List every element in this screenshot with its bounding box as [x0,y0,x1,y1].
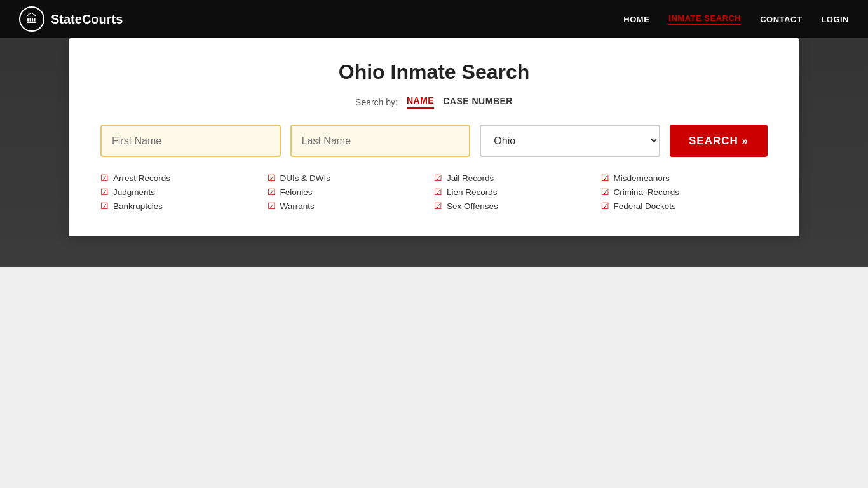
logo[interactable]: 🏛 StateCourts [19,6,123,32]
check-icon: ☑ [434,173,442,183]
state-select[interactable]: Ohio Alabama Alaska Arizona [480,125,660,157]
check-icon: ☑ [601,173,609,183]
checkbox-criminal-records: ☑ Criminal Records [601,187,768,197]
checkbox-label: Arrest Records [113,173,170,183]
tab-case-number[interactable]: CASE NUMBER [443,96,513,108]
search-by-row: Search by: NAME CASE NUMBER [100,95,768,109]
hero-background: COURTHOUSE Ohio Inmate Search Search by:… [0,0,868,267]
last-name-input[interactable] [290,125,471,157]
checkboxes-grid: ☑ Arrest Records ☑ DUIs & DWIs ☑ Jail Re… [100,173,768,211]
check-icon: ☑ [601,187,609,197]
checkbox-label: Warrants [280,201,315,211]
check-icon: ☑ [100,173,109,183]
nav-contact[interactable]: CONTACT [760,15,802,24]
check-icon: ☑ [100,187,109,197]
checkbox-label: Federal Dockets [614,201,676,211]
nav: HOME INMATE SEARCH CONTACT LOGIN [623,13,849,25]
checkbox-warrants: ☑ Warrants [268,201,435,211]
checkbox-label: DUIs & DWIs [280,173,331,183]
checkbox-arrest-records: ☑ Arrest Records [100,173,268,183]
check-icon: ☑ [100,201,109,211]
tab-name[interactable]: NAME [407,95,434,109]
header: 🏛 StateCourts HOME INMATE SEARCH CONTACT… [0,0,868,38]
logo-icon: 🏛 [19,6,44,32]
checkbox-label: Misdemeanors [614,173,670,183]
checkbox-misdemeanors: ☑ Misdemeanors [601,173,768,183]
nav-inmate-search[interactable]: INMATE SEARCH [668,13,741,25]
checkbox-sex-offenses: ☑ Sex Offenses [434,201,601,211]
checkbox-label: Criminal Records [614,187,680,197]
checkbox-bankruptcies: ☑ Bankruptcies [100,201,268,211]
check-icon: ☑ [601,201,609,211]
first-name-input[interactable] [100,125,281,157]
checkbox-label: Sex Offenses [447,201,498,211]
checkbox-lien-records: ☑ Lien Records [434,187,601,197]
search-title: Ohio Inmate Search [100,60,768,84]
search-fields: Ohio Alabama Alaska Arizona SEARCH » [100,125,768,157]
check-icon: ☑ [268,173,276,183]
check-icon: ☑ [434,187,442,197]
checkbox-felonies: ☑ Felonies [268,187,435,197]
checkbox-label: Felonies [280,187,313,197]
search-button[interactable]: SEARCH » [670,125,768,157]
checkbox-judgments: ☑ Judgments [100,187,268,197]
checkbox-label: Lien Records [447,187,498,197]
check-icon: ☑ [434,201,442,211]
check-icon: ☑ [268,187,276,197]
checkbox-jail-records: ☑ Jail Records [434,173,601,183]
nav-login[interactable]: LOGIN [821,15,849,24]
checkbox-duis-dwis: ☑ DUIs & DWIs [268,173,435,183]
checkbox-federal-dockets: ☑ Federal Dockets [601,201,768,211]
logo-text: StateCourts [51,12,123,27]
checkbox-label: Jail Records [447,173,494,183]
checkbox-label: Bankruptcies [113,201,163,211]
nav-home[interactable]: HOME [623,15,649,24]
search-card: Ohio Inmate Search Search by: NAME CASE … [69,38,799,236]
search-by-label: Search by: [355,97,398,107]
checkbox-label: Judgments [113,187,155,197]
check-icon: ☑ [268,201,276,211]
